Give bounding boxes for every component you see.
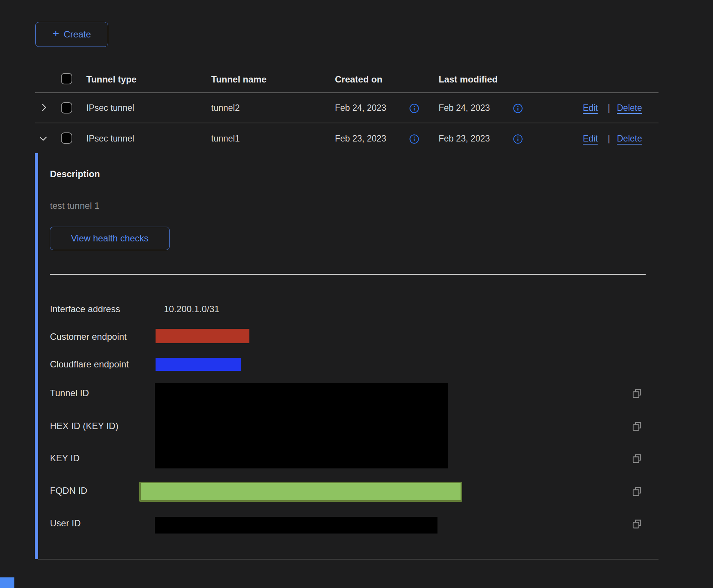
edit-link[interactable]: Edit — [583, 103, 598, 113]
chevron-right-icon[interactable] — [39, 102, 49, 113]
column-header-tunnel-type: Tunnel type — [86, 74, 137, 85]
view-health-checks-button[interactable]: View health checks — [50, 227, 170, 250]
ids-redaction-block — [155, 383, 448, 468]
row-divider — [35, 123, 659, 123]
tunnel-type-cell: IPsec tunnel — [86, 103, 134, 113]
create-button-label: Create — [64, 29, 91, 40]
row-checkbox[interactable] — [61, 132, 72, 144]
delete-link[interactable]: Delete — [617, 134, 642, 144]
info-icon[interactable] — [409, 103, 419, 114]
copy-icon[interactable] — [631, 485, 643, 497]
create-button[interactable]: + Create — [35, 22, 108, 47]
fqdn-id-label: FQDN ID — [50, 485, 87, 496]
panel-divider — [50, 274, 646, 275]
created-on-cell: Feb 24, 2023 — [335, 103, 386, 113]
tunnel-name-cell: tunnel1 — [211, 134, 240, 144]
plus-icon: + — [53, 28, 59, 39]
cloudflare-endpoint-label: Cloudflare endpoint — [50, 359, 129, 370]
tunnel-id-label: Tunnel ID — [50, 388, 89, 398]
tunnel-name-cell: tunnel2 — [211, 103, 240, 113]
cloudflare-endpoint-redaction — [156, 358, 241, 371]
chevron-down-icon[interactable] — [38, 133, 48, 144]
interface-address-label: Interface address — [50, 304, 120, 314]
key-id-label: KEY ID — [50, 453, 79, 464]
column-header-created-on: Created on — [335, 74, 382, 85]
copy-icon[interactable] — [631, 518, 643, 529]
link-separator: | — [608, 103, 610, 113]
info-icon[interactable] — [409, 134, 419, 144]
fqdn-id-redaction — [139, 482, 462, 502]
last-modified-cell: Feb 24, 2023 — [439, 103, 490, 113]
tunnels-page: + Create Tunnel type Tunnel name Created… — [0, 0, 713, 588]
expanded-row-indicator-bar — [35, 153, 38, 559]
description-value: test tunnel 1 — [50, 201, 100, 211]
user-id-label: User ID — [50, 518, 81, 529]
customer-endpoint-redaction — [156, 329, 249, 343]
tunnel-type-cell: IPsec tunnel — [86, 134, 134, 144]
row-checkbox[interactable] — [61, 102, 72, 114]
partial-blue-element — [0, 577, 14, 588]
edit-link[interactable]: Edit — [583, 134, 598, 144]
select-all-checkbox[interactable] — [61, 73, 72, 84]
copy-icon[interactable] — [631, 387, 643, 399]
description-label: Description — [50, 169, 100, 179]
info-icon[interactable] — [513, 103, 523, 114]
delete-link[interactable]: Delete — [617, 103, 642, 113]
header-divider — [35, 92, 659, 93]
column-header-last-modified: Last modified — [439, 74, 498, 85]
last-modified-cell: Feb 23, 2023 — [439, 134, 490, 144]
user-id-redaction — [155, 517, 437, 534]
created-on-cell: Feb 23, 2023 — [335, 134, 386, 144]
customer-endpoint-label: Customer endpoint — [50, 331, 127, 342]
panel-bottom-divider — [38, 559, 659, 560]
copy-icon[interactable] — [631, 420, 643, 432]
hex-id-label: HEX ID (KEY ID) — [50, 421, 118, 431]
info-icon[interactable] — [513, 134, 523, 144]
view-health-checks-label: View health checks — [71, 233, 148, 244]
copy-icon[interactable] — [631, 453, 643, 464]
column-header-tunnel-name: Tunnel name — [211, 74, 266, 85]
interface-address-value: 10.200.1.0/31 — [164, 304, 220, 314]
link-separator: | — [608, 134, 610, 144]
